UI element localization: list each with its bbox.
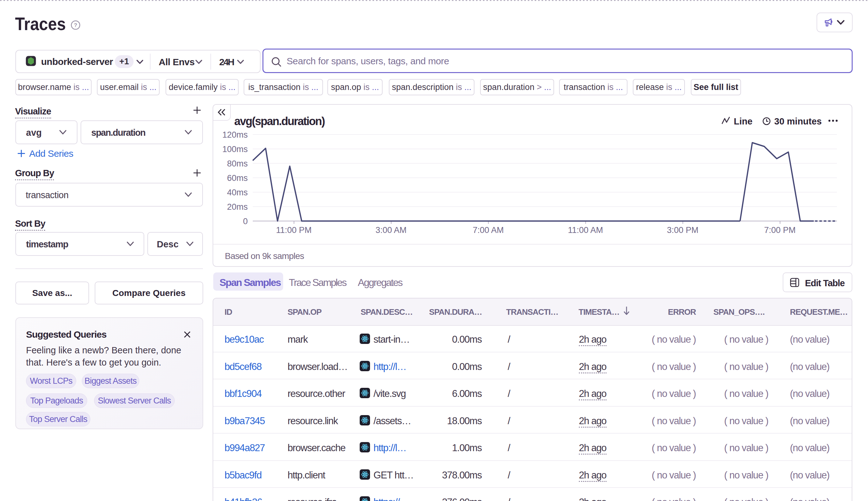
svg-text:?: ? <box>74 22 77 28</box>
